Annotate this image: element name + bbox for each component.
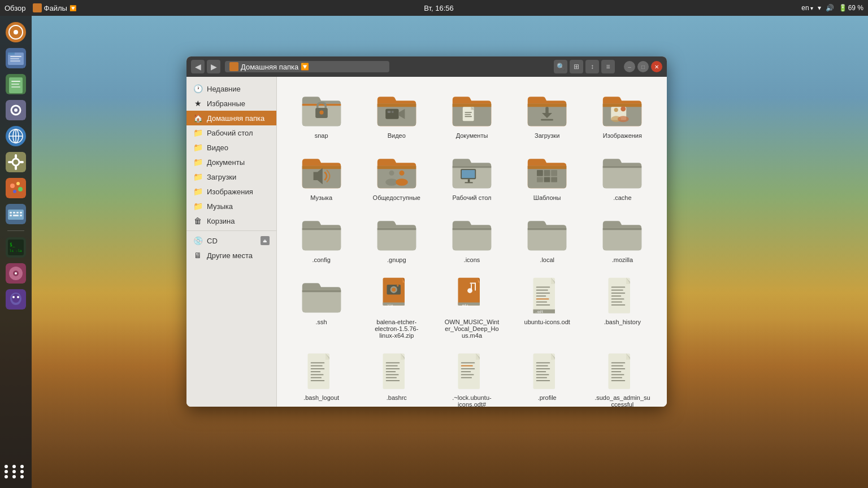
file-item-images[interactable]: Изображения bbox=[587, 86, 658, 143]
svg-rect-83 bbox=[537, 170, 543, 176]
sidebar-item-other-places[interactable]: 🖥 Другие места bbox=[186, 248, 276, 263]
overview-label[interactable]: Обзор bbox=[5, 4, 26, 12]
network-indicator[interactable]: ▾ bbox=[818, 4, 821, 12]
file-item-sudo-admin[interactable]: .sudo_as_admin_successful bbox=[587, 348, 658, 407]
svg-rect-140 bbox=[461, 368, 475, 369]
sidebar-item-recent[interactable]: 🕐 Недавние bbox=[186, 81, 276, 96]
svg-rect-11 bbox=[11, 81, 20, 82]
file-item-ubuntu-icons[interactable]: .odt ubuntu-icons.odt bbox=[512, 272, 583, 343]
file-item-local[interactable]: .local bbox=[512, 210, 583, 268]
svg-rect-128 bbox=[310, 380, 324, 381]
file-item-public[interactable]: Общедоступные bbox=[361, 148, 432, 206]
battery-indicator[interactable]: 🔋 69 % bbox=[839, 4, 863, 12]
sidebar-item-downloads[interactable]: 📁 Загрузки bbox=[186, 169, 276, 184]
maximize-button[interactable]: □ bbox=[637, 61, 649, 72]
dock-item-browser[interactable] bbox=[4, 124, 28, 148]
sidebar-item-images[interactable]: 📁 Изображения bbox=[186, 184, 276, 199]
file-item-lock-ubuntu-icons[interactable]: .~lock.ubuntu-icons.odt# bbox=[436, 348, 507, 407]
dock-item-files[interactable] bbox=[4, 46, 28, 70]
close-button[interactable]: ✕ bbox=[651, 61, 662, 72]
file-item-video[interactable]: Видео bbox=[361, 86, 432, 143]
sort-button[interactable]: ↕ bbox=[585, 60, 599, 73]
dock-item-settings[interactable] bbox=[4, 98, 28, 122]
top-panel: Обзор Файлы 🔽 Вт, 16:56 en ▾ ▾ 🔊 🔋 69 % bbox=[0, 0, 868, 16]
forward-button[interactable]: ▶ bbox=[207, 60, 220, 73]
lang-indicator[interactable]: en ▾ bbox=[801, 4, 813, 12]
left-dock: $_ ls -la bbox=[0, 16, 32, 488]
downloads-folder-icon: 📁 bbox=[193, 172, 202, 181]
svg-rect-12 bbox=[11, 84, 19, 85]
svg-rect-136 bbox=[386, 380, 400, 381]
sidebar-item-cd[interactable]: 💿 CD ⏏ bbox=[186, 233, 276, 248]
file-item-bash-history[interactable]: .bash_history bbox=[587, 272, 658, 343]
sidebar-item-documents[interactable]: 📁 Документы bbox=[186, 155, 276, 169]
file-label-video: Видео bbox=[388, 132, 406, 139]
files-panel-title[interactable]: Файлы 🔽 bbox=[33, 3, 76, 12]
file-item-documents[interactable]: Документы bbox=[436, 86, 507, 143]
show-apps-button[interactable] bbox=[4, 460, 28, 483]
file-item-mozilla[interactable]: .mozilla bbox=[587, 210, 658, 268]
file-item-bash-logout[interactable]: .bash_logout bbox=[286, 348, 357, 407]
file-content-area: snap bbox=[277, 77, 667, 407]
sidebar-item-video[interactable]: 📁 Видео bbox=[186, 140, 276, 155]
file-item-balena[interactable]: .zip balena-etcher-electron-1.5.76-linux… bbox=[361, 272, 432, 343]
file-item-own-music[interactable]: .m4a OWN_MUSIC_Winter_Vocal_Deep_Hous.m4… bbox=[436, 272, 507, 343]
sidebar-item-desktop[interactable]: 📁 Рабочий стол bbox=[186, 125, 276, 140]
file-item-ssh[interactable]: .ssh bbox=[286, 272, 357, 343]
sidebar-item-music[interactable]: 📁 Музыка bbox=[186, 199, 276, 213]
file-item-gnupg[interactable]: .gnupg bbox=[361, 210, 432, 268]
file-item-downloads[interactable]: Загрузки bbox=[512, 86, 583, 143]
file-item-snap[interactable]: snap bbox=[286, 86, 357, 143]
files-grid: snap bbox=[286, 86, 658, 407]
dock-item-notes[interactable] bbox=[4, 72, 28, 96]
svg-rect-105 bbox=[536, 290, 548, 291]
file-item-music[interactable]: Музыка bbox=[286, 148, 357, 206]
file-label-templates: Шаблоны bbox=[533, 194, 561, 201]
file-label-desktop: Рабочий стол bbox=[452, 194, 491, 201]
svg-rect-64 bbox=[465, 114, 471, 115]
top-panel-clock[interactable]: Вт, 16:56 bbox=[424, 4, 454, 12]
sidebar-item-favorites[interactable]: ★ Избранные bbox=[186, 96, 276, 111]
svg-rect-134 bbox=[386, 374, 399, 376]
music-folder-icon: 📁 bbox=[193, 202, 202, 211]
file-item-desktop[interactable]: Рабочий стол bbox=[436, 148, 507, 206]
svg-rect-7 bbox=[10, 58, 19, 59]
file-label-cache: .cache bbox=[613, 194, 631, 201]
svg-rect-138 bbox=[461, 363, 475, 364]
file-label-public: Общедоступные bbox=[373, 194, 420, 201]
svg-rect-133 bbox=[386, 371, 396, 372]
sound-indicator[interactable]: 🔊 bbox=[826, 4, 834, 12]
file-item-bashrc[interactable]: .bashrc bbox=[361, 348, 432, 407]
svg-rect-100 bbox=[471, 284, 472, 290]
file-label-downloads: Загрузки bbox=[535, 132, 559, 139]
svg-rect-122 bbox=[310, 363, 324, 364]
menu-button[interactable]: ≡ bbox=[601, 60, 615, 73]
dock-item-paint[interactable] bbox=[4, 176, 28, 200]
dock-item-system[interactable] bbox=[4, 150, 28, 174]
search-button[interactable]: 🔍 bbox=[554, 60, 567, 73]
file-item-profile[interactable]: .profile bbox=[512, 348, 583, 407]
file-label-config: .config bbox=[312, 256, 330, 263]
svg-rect-135 bbox=[386, 377, 397, 378]
sidebar-item-home[interactable]: 🏠 Домашняя папка bbox=[186, 111, 276, 125]
cd-eject-button[interactable]: ⏏ bbox=[261, 236, 270, 245]
dock-item-keyboard[interactable] bbox=[4, 202, 28, 226]
dock-item-overview[interactable] bbox=[4, 20, 28, 44]
file-item-templates[interactable]: Шаблоны bbox=[512, 148, 583, 206]
file-item-config[interactable]: .config bbox=[286, 210, 357, 268]
dock-item-music[interactable] bbox=[4, 262, 28, 285]
svg-rect-155 bbox=[611, 368, 626, 369]
file-item-icons[interactable]: .icons bbox=[436, 210, 507, 268]
svg-point-92 bbox=[392, 287, 396, 291]
sidebar-item-trash[interactable]: 🗑 Корзина bbox=[186, 213, 276, 228]
dock-item-mastodon[interactable] bbox=[4, 287, 28, 311]
svg-rect-104 bbox=[536, 287, 550, 288]
file-item-cache[interactable]: .cache bbox=[587, 148, 658, 206]
path-bar[interactable]: Домашняя папка 🔽 bbox=[225, 61, 389, 72]
back-button[interactable]: ◀ bbox=[191, 60, 205, 73]
view-grid-button[interactable]: ⊞ bbox=[570, 60, 583, 73]
svg-text:ls -la: ls -la bbox=[10, 249, 22, 252]
minimize-button[interactable]: – bbox=[624, 61, 635, 72]
file-label-documents: Документы bbox=[456, 132, 488, 139]
dock-item-terminal[interactable]: $_ ls -la bbox=[4, 236, 28, 259]
